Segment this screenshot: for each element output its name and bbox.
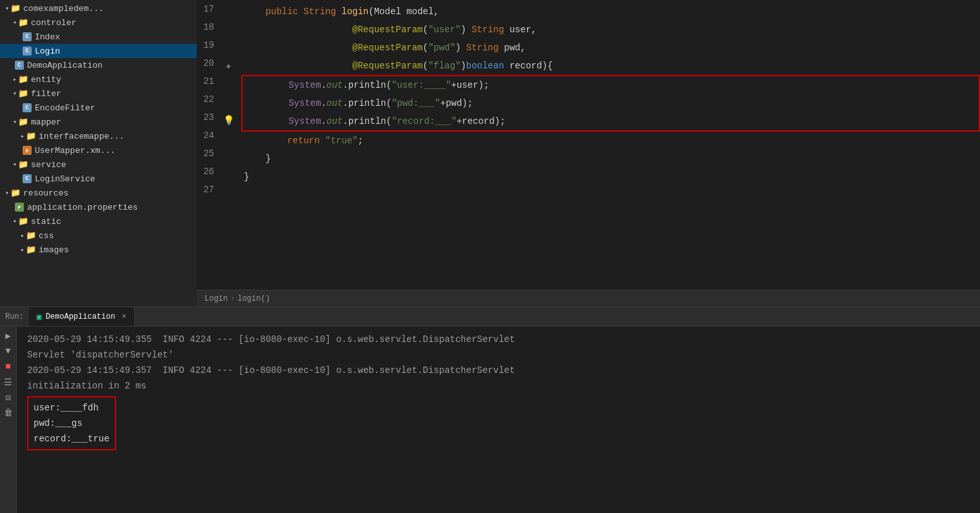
tree-icon-entity: 📁 xyxy=(18,74,28,85)
tree-item-application[interactable]: Papplication.properties xyxy=(0,200,197,214)
code-line-26: } xyxy=(244,168,980,186)
tree-label-css: css xyxy=(39,231,54,241)
tree-item-resources[interactable]: 📁resources xyxy=(0,186,197,200)
breadcrumb-sep: › xyxy=(230,294,235,303)
code-line-19: @RequestParam("pwd") String pwd, xyxy=(244,39,980,57)
tree-item-images[interactable]: 📁images xyxy=(0,243,197,257)
tree-item-Login[interactable]: CLogin xyxy=(0,44,197,58)
tree-label-entity: entity xyxy=(31,75,61,85)
tree-icon-comexampledem: 📁 xyxy=(10,3,21,14)
code-line-22: System.out.println("pwd:___"+pwd); xyxy=(245,94,979,112)
tree-icon-LoginService: C xyxy=(22,174,32,184)
tree-icon-DemoApplication: C xyxy=(14,60,25,70)
code-line-27 xyxy=(244,186,980,204)
file-tree-sidebar: 📁comexampledem...📁controlerCIndexCLoginC… xyxy=(0,0,197,307)
breadcrumb: Login › login() xyxy=(197,290,980,307)
toolbar-down[interactable]: ▼ xyxy=(2,345,15,357)
code-lines-container: 1718192021222324252627 ◈💡 public String … xyxy=(197,0,980,204)
console-output-line: user:____fdh xyxy=(34,400,110,416)
tree-item-EncodeFilter[interactable]: CEncodeFilter xyxy=(0,101,197,115)
tree-icon-application: P xyxy=(14,202,25,212)
run-icon: ▣ xyxy=(37,312,42,322)
tree-icon-service: 📁 xyxy=(18,159,28,170)
toolbar-delete[interactable]: 🗑 xyxy=(2,407,15,419)
tree-icon-Index: C xyxy=(22,32,32,42)
tree-icon-static: 📁 xyxy=(18,216,28,226)
tree-icon-controler: 📁 xyxy=(18,17,28,28)
tree-item-mapper[interactable]: 📁mapper xyxy=(0,115,197,129)
toolbar-pin[interactable]: ⊡ xyxy=(2,391,15,404)
tree-item-filter[interactable]: 📁filter xyxy=(0,86,197,101)
code-content: 1718192021222324252627 ◈💡 public String … xyxy=(197,0,980,290)
tree-label-UserMapper: UserMapper.xm... xyxy=(35,146,115,156)
tree-icon-resources: 📁 xyxy=(10,188,21,198)
tree-label-EncodeFilter: EncodeFilter xyxy=(35,103,95,113)
log-line: 2020-05-29 14:15:49.355 INFO 4224 --- [i… xyxy=(27,332,970,347)
line-numbers: 1718192021222324252627 xyxy=(197,0,219,204)
tree-item-static[interactable]: 📁static xyxy=(0,214,197,228)
code-line-25: } xyxy=(244,150,980,168)
tree-label-comexampledem: comexampledem... xyxy=(23,4,104,14)
code-line-24: return "true"; xyxy=(244,132,980,150)
log-line: Servlet 'dispatcherServlet' xyxy=(27,347,970,363)
tree-item-entity[interactable]: 📁entity xyxy=(0,72,197,86)
gutter: ◈💡 xyxy=(219,0,237,204)
run-label: Run: xyxy=(0,307,29,326)
tree-item-Index[interactable]: CIndex xyxy=(0,30,197,44)
tree-item-css[interactable]: 📁css xyxy=(0,228,197,243)
tree-label-Login: Login xyxy=(35,46,60,56)
run-tab-label: DemoApplication xyxy=(46,312,115,321)
tree-label-LoginService: LoginService xyxy=(35,174,95,184)
breadcrumb-method: login() xyxy=(237,294,270,303)
tree-icon-UserMapper: X xyxy=(22,145,32,156)
tree-label-mapper: mapper xyxy=(31,117,61,127)
bottom-layout: ▶ ▼ ■ ☰ ⊡ 🗑 2020-05-29 14:15:49.355 INFO… xyxy=(0,327,980,513)
log-line: 2020-05-29 14:15:49.357 INFO 4224 --- [i… xyxy=(27,363,970,378)
tree-label-service: service xyxy=(31,160,66,170)
code-line-23: System.out.println("record:___"+record); xyxy=(245,112,979,130)
gutter-diamond-icon: ◈ xyxy=(226,61,230,71)
code-line-17: public String login(Model model, xyxy=(244,3,980,21)
tree-label-Index: Index xyxy=(35,32,60,42)
tree-icon-css: 📁 xyxy=(26,230,36,241)
bottom-panel: Run: ▣ DemoApplication × ▶ ▼ ■ ☰ ⊡ 🗑 202… xyxy=(0,307,980,513)
tree-label-controler: controler xyxy=(31,18,76,28)
breadcrumb-file: Login xyxy=(205,294,228,303)
toolbar-stop[interactable]: ■ xyxy=(2,360,15,373)
tree-icon-filter: 📁 xyxy=(18,88,28,99)
run-tab-close[interactable]: × xyxy=(122,312,126,321)
toolbar-restart[interactable]: ▶ xyxy=(2,329,15,342)
tree-item-comexampledem[interactable]: 📁comexampledem... xyxy=(0,1,197,15)
console-output: 2020-05-29 14:15:49.355 INFO 4224 --- [i… xyxy=(17,327,980,513)
tree-label-resources: resources xyxy=(23,188,68,198)
code-line-20: @RequestParam("flag")boolean record){ xyxy=(244,57,980,75)
panel-tab-bar: Run: ▣ DemoApplication × xyxy=(0,307,980,327)
tree-item-LoginService[interactable]: CLoginService xyxy=(0,172,197,186)
tree-label-images: images xyxy=(39,245,69,255)
tree-label-static: static xyxy=(31,217,61,226)
console-red-box: user:____fdhpwd:___gsrecord:___true xyxy=(27,396,116,450)
tree-item-DemoApplication[interactable]: CDemoApplication xyxy=(0,58,197,72)
toolbar-list[interactable]: ☰ xyxy=(2,376,15,388)
tree-label-DemoApplication: DemoApplication xyxy=(27,61,103,70)
tree-item-service[interactable]: 📁service xyxy=(0,157,197,172)
console-output-line: pwd:___gs xyxy=(34,416,110,431)
code-editor: 1718192021222324252627 ◈💡 public String … xyxy=(197,0,980,307)
run-tab[interactable]: ▣ DemoApplication × xyxy=(29,307,135,326)
tree-icon-Login: C xyxy=(22,46,32,56)
panel-toolbar: ▶ ▼ ■ ☰ ⊡ 🗑 xyxy=(0,327,17,513)
tree-item-interfacemappe[interactable]: 📁interfacemappe... xyxy=(0,129,197,143)
red-box-code: System.out.println("user:____"+user); Sy… xyxy=(241,75,980,132)
tree-icon-interfacemappe: 📁 xyxy=(26,131,36,141)
tree-item-controler[interactable]: 📁controler xyxy=(0,15,197,30)
console-output-line: record:___true xyxy=(34,431,110,447)
main-area: 📁comexampledem...📁controlerCIndexCLoginC… xyxy=(0,0,980,307)
tree-label-application: application.properties xyxy=(27,203,138,212)
code-body[interactable]: public String login(Model model, @Reques… xyxy=(237,0,980,204)
tree-label-filter: filter xyxy=(31,89,61,99)
tree-item-UserMapper[interactable]: XUserMapper.xm... xyxy=(0,143,197,157)
tree-label-interfacemappe: interfacemappe... xyxy=(39,132,125,141)
tree-icon-mapper: 📁 xyxy=(18,117,28,127)
tree-icon-EncodeFilter: C xyxy=(22,103,32,113)
code-line-18: @RequestParam("user") String user, xyxy=(244,21,980,39)
